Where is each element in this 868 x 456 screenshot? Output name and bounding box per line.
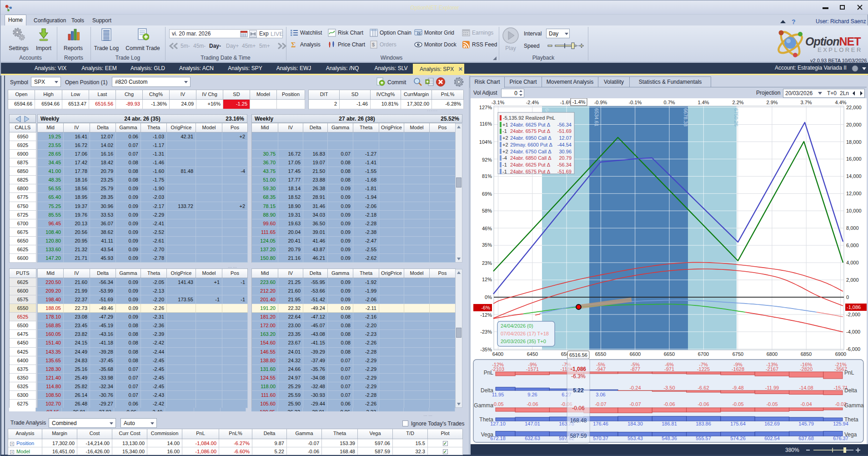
svg-text:168.48: 168.48 [570,417,587,424]
svg-text:-0.06: -0.06 [663,401,675,407]
svg-text:-5,135.92 Realized PnL: -5,135.92 Realized PnL [503,115,555,121]
svg-text:22,000: 22,000 [846,105,862,110]
svg-text:574.26: 574.26 [730,436,746,441]
svg-text:4,000: 4,000 [846,260,859,265]
svg-text:2,000: 2,000 [846,277,859,283]
svg-text:-1571: -1571 [526,366,539,372]
svg-text:20,000: 20,000 [846,122,862,127]
svg-text:175.64: 175.64 [730,421,746,426]
svg-text:6600: 6600 [630,351,641,357]
svg-text:-6.62: -6.62 [697,385,709,390]
svg-text:-0.05: -0.05 [492,401,503,407]
svg-text:145.79: 145.79 [798,421,814,426]
svg-text:24abr. 6625 Put Δ: 24abr. 6625 Put Δ [510,122,551,127]
svg-text:-4: -4 [502,155,507,161]
svg-text:07/04/2026 (17) T+18: 07/04/2026 (17) T+18 [501,331,549,336]
svg-text:-0.1%: -0.1% [629,100,642,105]
svg-text:183.86: 183.86 [696,421,711,426]
svg-text:127%: 127% [479,105,492,110]
svg-text:Vega: Vega [844,431,857,438]
svg-text:184.30: 184.30 [627,421,643,426]
svg-text:Theta: Theta [479,416,493,423]
svg-text:12%: 12% [482,277,492,282]
svg-text:Delta: Delta [481,387,493,394]
svg-text:116%: 116% [480,121,492,127]
svg-text:-14.08: -14.08 [799,385,813,390]
svg-text:-2103: -2103 [492,366,504,372]
svg-text:2.9%: 2.9% [766,100,778,105]
svg-text:6900: 6900 [835,351,846,357]
svg-text:-0.07: -0.07 [629,401,641,407]
svg-text:6400: 6400 [492,351,503,357]
svg-text:0: 0 [846,294,849,300]
svg-text:Σ: Σ [291,41,296,49]
svg-text:0.7%: 0.7% [663,100,675,105]
svg-text:11.95: 11.95 [492,392,504,397]
svg-text:-1,086: -1,086 [571,366,586,372]
svg-text:6550: 6550 [595,351,606,357]
svg-text:6750.26: 6750.26 [733,108,739,127]
svg-text:2.2%: 2.2% [732,100,743,105]
svg-text:46%: 46% [482,226,492,231]
svg-text:24abr. 6575 Put Δ: 24abr. 6575 Put Δ [510,128,551,134]
svg-text:18,000: 18,000 [846,139,862,145]
svg-text:24/04/2026 (0): 24/04/2026 (0) [501,323,533,329]
svg-text:-1: -1 [502,162,507,167]
svg-text:Vega: Vega [481,431,494,438]
svg-text:-0.06: -0.06 [572,405,585,411]
svg-text:PnL: PnL [844,370,854,376]
svg-text:176.46: 176.46 [593,421,608,426]
svg-text:23%: 23% [482,260,492,266]
svg-text:Theta: Theta [844,416,858,423]
svg-text:-2820: -2820 [800,366,813,372]
svg-text:24abr. 6625 Put Δ: 24abr. 6625 Put Δ [510,162,551,167]
svg-text:587.59: 587.59 [570,433,587,439]
svg-text:-4,000: -4,000 [846,329,860,334]
svg-text:-0.9%: -0.9% [594,100,607,105]
svg-text:-6.3%: -6.3% [571,373,586,380]
svg-text:-877: -877 [630,366,640,372]
svg-text:-35%: -35% [480,347,492,352]
svg-text:12,000: 12,000 [846,191,862,196]
svg-text:4.4%: 4.4% [835,100,846,105]
svg-text:-1,086: -1,086 [847,304,861,310]
svg-text:-1225: -1225 [697,366,710,372]
svg-text:3.06: 3.06 [596,392,605,397]
svg-text:-51.69: -51.69 [557,169,572,174]
svg-text:6750: 6750 [733,351,743,357]
svg-text:24abr. 6750 Call Δ: 24abr. 6750 Call Δ [510,149,552,154]
svg-text:6678.38: 6678.38 [683,108,688,127]
svg-text:1.4%: 1.4% [697,100,709,105]
svg-text:602.54: 602.54 [764,436,780,441]
svg-text:-23%: -23% [480,329,492,334]
svg-text:12.07: 12.07 [559,135,572,141]
svg-text:-971: -971 [664,366,674,372]
svg-text:186.81: 186.81 [662,421,677,426]
svg-text:553.43: 553.43 [627,436,643,441]
svg-text:20.79: 20.79 [559,155,572,161]
svg-text:-1: -1 [502,128,507,134]
svg-text:3.7%: 3.7% [800,100,812,105]
svg-text:6,000: 6,000 [846,243,859,248]
svg-text:-0.06: -0.06 [697,401,709,407]
svg-text:-2167: -2167 [766,366,778,372]
svg-text:30.96: 30.96 [559,149,572,154]
svg-text:+2: +2 [502,142,508,147]
svg-text:-6,000: -6,000 [846,346,860,352]
svg-text:-44.54: -44.54 [557,142,572,147]
svg-text:-3.50: -3.50 [663,385,675,390]
svg-text:-0.04: -0.04 [800,401,812,407]
svg-text:555.57: 555.57 [696,436,711,441]
svg-text:-947: -947 [596,366,606,372]
svg-text:+2: +2 [502,149,508,154]
svg-text:35%: 35% [482,242,492,248]
svg-text:58%: 58% [482,208,492,213]
svg-text:147.01: 147.01 [525,421,540,426]
svg-text:Gamma: Gamma [844,402,864,409]
svg-text:6700: 6700 [698,351,709,357]
svg-text:5.22: 5.22 [573,387,584,394]
svg-text:6516.56: 6516.56 [569,352,587,358]
svg-text:548.36: 548.36 [662,436,677,441]
svg-text:637.68: 637.68 [798,436,814,441]
svg-text:PnL: PnL [484,370,494,376]
